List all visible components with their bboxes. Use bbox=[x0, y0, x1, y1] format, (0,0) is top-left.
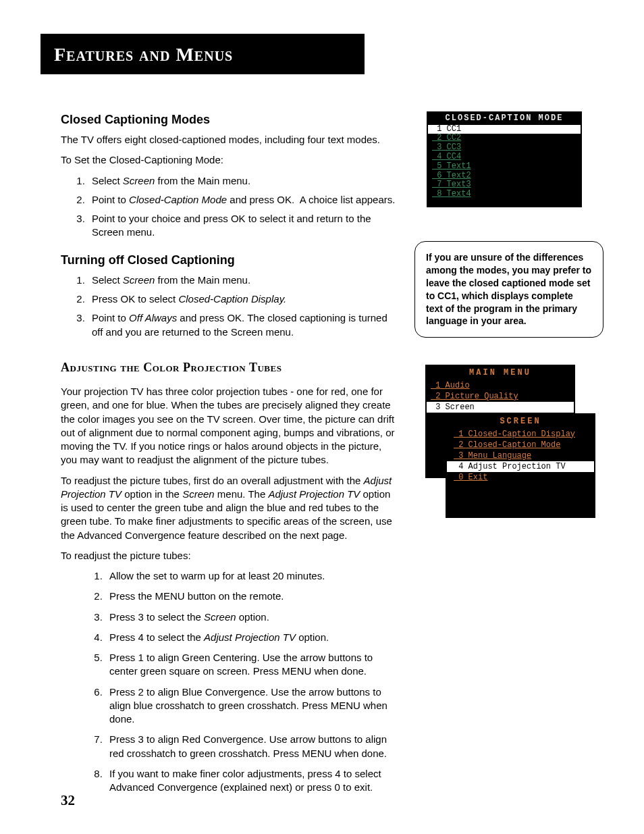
list-item: Press 4 to select the Adjust Projection … bbox=[105, 631, 398, 644]
menu-row: 4 Adjust Projection TV bbox=[447, 461, 594, 472]
menu-row: 1 Closed-Caption Display bbox=[447, 429, 594, 440]
menu-spacer bbox=[447, 483, 594, 517]
menu-row: 8 Text4 bbox=[428, 190, 581, 199]
menu-row: 4 CC4 bbox=[428, 153, 581, 162]
cc-mode-menu-title: CLOSED-CAPTION MODE bbox=[428, 113, 581, 125]
menu-row: 2 CC2 bbox=[428, 134, 581, 143]
cc-modes-steps: Select Screen from the Main menu. Point … bbox=[61, 174, 398, 240]
menu-footer bbox=[428, 199, 581, 206]
cc-mode-menu: CLOSED-CAPTION MODE 1 CC1 2 CC2 3 CC3 4 … bbox=[427, 111, 582, 207]
menu-row: 1 CC1 bbox=[428, 125, 581, 134]
menu-row: 3 Screen bbox=[427, 402, 574, 413]
main-text-column: Closed Captioning Modes The TV offers ei… bbox=[61, 111, 398, 804]
screen-submenu-title: SCREEN bbox=[447, 415, 594, 428]
list-item: If you want to make finer color adjustme… bbox=[105, 767, 398, 795]
list-item: Press OK to select Closed-Caption Displa… bbox=[88, 292, 398, 306]
page-number: 32 bbox=[61, 791, 75, 810]
heading-cc-modes: Closed Captioning Modes bbox=[61, 111, 398, 128]
menu-row: 1 Audio bbox=[427, 380, 574, 391]
cc-off-steps: Select Screen from the Main menu. Press … bbox=[61, 273, 398, 339]
two-column-layout: Closed Captioning Modes The TV offers ei… bbox=[61, 111, 597, 804]
adjust-p2: To readjust the picture tubes, first do … bbox=[61, 474, 398, 542]
list-item: Point to Closed-Caption Mode and press O… bbox=[88, 193, 398, 207]
sidebar-column: CLOSED-CAPTION MODE 1 CC1 2 CC2 3 CC3 4 … bbox=[421, 111, 597, 804]
menu-row: 2 Closed-Caption Mode bbox=[447, 440, 594, 450]
list-item: Press the MENU button on the remote. bbox=[105, 590, 398, 603]
menu-row: 6 Text2 bbox=[428, 172, 581, 181]
nested-menu-figure: MAIN MENU 1 Audio 2 Picture Quality 3 Sc… bbox=[425, 365, 594, 520]
list-item: Select Screen from the Main menu. bbox=[88, 174, 398, 188]
menu-row: 3 CC3 bbox=[428, 143, 581, 153]
heading-adjust-tubes: Adjusting the Color Projection Tubes bbox=[61, 359, 398, 375]
menu-row: 3 Menu Language bbox=[447, 450, 594, 461]
adjust-steps: Allow the set to warm up for at least 20… bbox=[61, 569, 398, 794]
cc-modes-intro: The TV offers eight closed-captioned mod… bbox=[61, 133, 398, 147]
list-item: Select Screen from the Main menu. bbox=[88, 273, 398, 287]
list-item: Point to Off Always and press OK. The cl… bbox=[88, 311, 398, 339]
main-menu-title: MAIN MENU bbox=[427, 366, 574, 380]
menu-row: 5 Text1 bbox=[428, 162, 581, 172]
screen-submenu: SCREEN 1 Closed-Caption Display 2 Closed… bbox=[446, 413, 595, 518]
heading-cc-off: Turning off Closed Captioning bbox=[61, 252, 398, 268]
menu-row: 2 Picture Quality bbox=[427, 391, 574, 402]
list-item: Press 2 to align Blue Convergence. Use t… bbox=[105, 685, 398, 727]
list-item: Press 3 to select the Screen option. bbox=[105, 610, 398, 624]
list-item: Allow the set to warm up for at least 20… bbox=[105, 569, 398, 583]
list-item: Press 3 to align Red Convergence. Use ar… bbox=[105, 733, 398, 760]
menu-row: 0 Exit bbox=[447, 472, 594, 483]
adjust-lead: To readjust the picture tubes: bbox=[61, 549, 398, 563]
cc-modes-toset: To Set the Closed-Captioning Mode: bbox=[61, 153, 398, 167]
list-item: Press 1 to align Green Centering. Use th… bbox=[105, 651, 398, 679]
menu-row: 7 Text3 bbox=[428, 180, 581, 190]
tip-callout: If you are unsure of the differences amo… bbox=[414, 241, 603, 338]
chapter-banner: Features and Menus bbox=[41, 34, 365, 74]
adjust-p1: Your projection TV has three color proje… bbox=[61, 385, 398, 467]
list-item: Point to your choice and press OK to sel… bbox=[88, 212, 398, 240]
